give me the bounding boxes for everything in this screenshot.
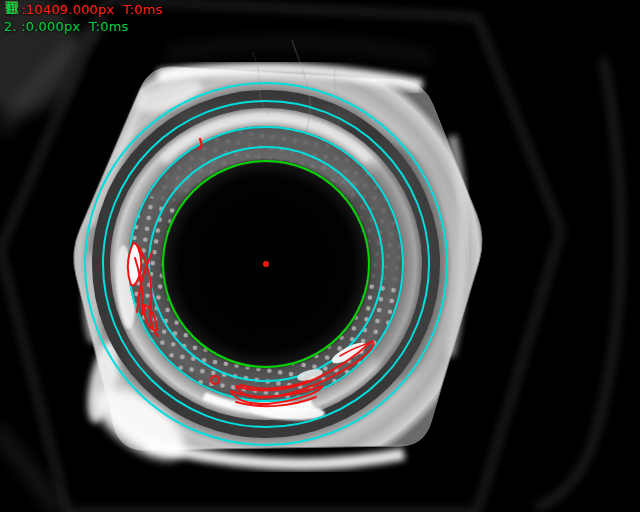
measurement-readouts: 1. :10409.000px T:0ms 2. :0.000px T:0ms [4,1,162,35]
readout-2-value: :0.000px T:0ms [21,19,128,34]
readout-1-value: :10409.000px T:0ms [21,2,162,17]
readout-area-1: 1. :10409.000px T:0ms [4,1,162,18]
center-point [263,261,269,267]
cjk-glyph-ji [5,1,18,14]
camera-view: 1. :10409.000px T:0ms 2. :0.000px T:0ms [0,0,640,512]
readout-area-2: 2. :0.000px T:0ms [4,18,162,35]
readout-2-index: 2. [4,19,21,34]
inspection-image [0,0,640,512]
